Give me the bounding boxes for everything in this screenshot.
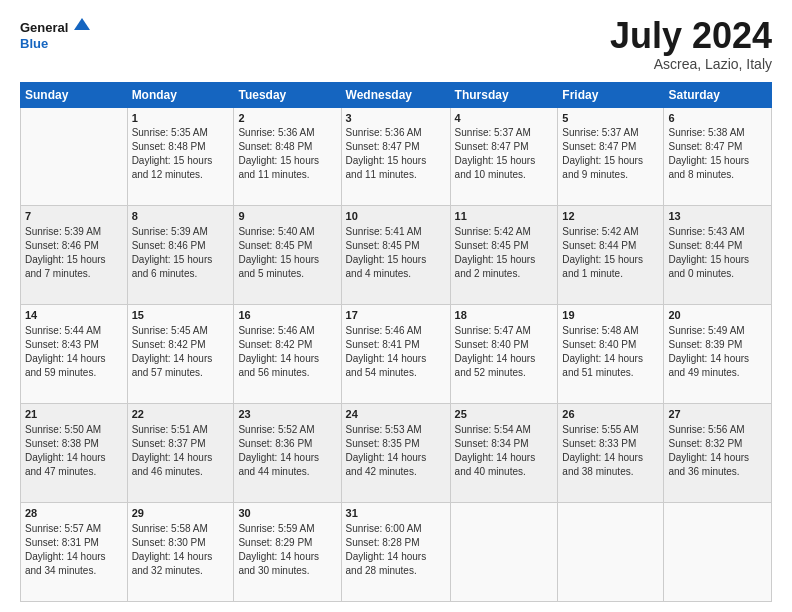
calendar-cell: 9Sunrise: 5:40 AM Sunset: 8:45 PM Daylig… [234,206,341,305]
day-number: 11 [455,209,554,224]
day-number: 15 [132,308,230,323]
day-info: Sunrise: 5:57 AM Sunset: 8:31 PM Dayligh… [25,522,123,578]
day-info: Sunrise: 5:35 AM Sunset: 8:48 PM Dayligh… [132,126,230,182]
calendar-cell: 31Sunrise: 6:00 AM Sunset: 8:28 PM Dayli… [341,503,450,602]
calendar-cell: 29Sunrise: 5:58 AM Sunset: 8:30 PM Dayli… [127,503,234,602]
calendar-day-header: Saturday [664,82,772,107]
day-info: Sunrise: 6:00 AM Sunset: 8:28 PM Dayligh… [346,522,446,578]
day-info: Sunrise: 5:46 AM Sunset: 8:42 PM Dayligh… [238,324,336,380]
calendar-week-row: 14Sunrise: 5:44 AM Sunset: 8:43 PM Dayli… [21,305,772,404]
calendar-week-row: 1Sunrise: 5:35 AM Sunset: 8:48 PM Daylig… [21,107,772,206]
day-number: 12 [562,209,659,224]
day-info: Sunrise: 5:56 AM Sunset: 8:32 PM Dayligh… [668,423,767,479]
calendar-cell: 6Sunrise: 5:38 AM Sunset: 8:47 PM Daylig… [664,107,772,206]
day-info: Sunrise: 5:42 AM Sunset: 8:45 PM Dayligh… [455,225,554,281]
day-info: Sunrise: 5:42 AM Sunset: 8:44 PM Dayligh… [562,225,659,281]
calendar-cell: 22Sunrise: 5:51 AM Sunset: 8:37 PM Dayli… [127,404,234,503]
day-number: 14 [25,308,123,323]
day-number: 9 [238,209,336,224]
calendar-cell [450,503,558,602]
day-number: 4 [455,111,554,126]
calendar-cell: 12Sunrise: 5:42 AM Sunset: 8:44 PM Dayli… [558,206,664,305]
page-title: July 2024 [610,16,772,56]
day-info: Sunrise: 5:47 AM Sunset: 8:40 PM Dayligh… [455,324,554,380]
day-info: Sunrise: 5:40 AM Sunset: 8:45 PM Dayligh… [238,225,336,281]
calendar-cell: 14Sunrise: 5:44 AM Sunset: 8:43 PM Dayli… [21,305,128,404]
day-number: 1 [132,111,230,126]
day-number: 18 [455,308,554,323]
day-info: Sunrise: 5:44 AM Sunset: 8:43 PM Dayligh… [25,324,123,380]
calendar-cell: 19Sunrise: 5:48 AM Sunset: 8:40 PM Dayli… [558,305,664,404]
calendar-cell: 8Sunrise: 5:39 AM Sunset: 8:46 PM Daylig… [127,206,234,305]
calendar-cell: 25Sunrise: 5:54 AM Sunset: 8:34 PM Dayli… [450,404,558,503]
calendar-cell [558,503,664,602]
day-info: Sunrise: 5:43 AM Sunset: 8:44 PM Dayligh… [668,225,767,281]
calendar-cell: 26Sunrise: 5:55 AM Sunset: 8:33 PM Dayli… [558,404,664,503]
day-info: Sunrise: 5:46 AM Sunset: 8:41 PM Dayligh… [346,324,446,380]
calendar-cell: 11Sunrise: 5:42 AM Sunset: 8:45 PM Dayli… [450,206,558,305]
calendar-cell: 21Sunrise: 5:50 AM Sunset: 8:38 PM Dayli… [21,404,128,503]
day-number: 21 [25,407,123,422]
day-number: 13 [668,209,767,224]
day-number: 29 [132,506,230,521]
calendar-cell: 7Sunrise: 5:39 AM Sunset: 8:46 PM Daylig… [21,206,128,305]
day-info: Sunrise: 5:59 AM Sunset: 8:29 PM Dayligh… [238,522,336,578]
day-number: 24 [346,407,446,422]
calendar-cell: 13Sunrise: 5:43 AM Sunset: 8:44 PM Dayli… [664,206,772,305]
calendar-cell: 30Sunrise: 5:59 AM Sunset: 8:29 PM Dayli… [234,503,341,602]
calendar-day-header: Thursday [450,82,558,107]
day-info: Sunrise: 5:52 AM Sunset: 8:36 PM Dayligh… [238,423,336,479]
calendar-cell [664,503,772,602]
svg-marker-2 [74,18,90,30]
day-number: 28 [25,506,123,521]
day-info: Sunrise: 5:36 AM Sunset: 8:47 PM Dayligh… [346,126,446,182]
day-info: Sunrise: 5:49 AM Sunset: 8:39 PM Dayligh… [668,324,767,380]
calendar-day-header: Monday [127,82,234,107]
calendar-cell: 4Sunrise: 5:37 AM Sunset: 8:47 PM Daylig… [450,107,558,206]
calendar-day-header: Wednesday [341,82,450,107]
calendar-cell: 2Sunrise: 5:36 AM Sunset: 8:48 PM Daylig… [234,107,341,206]
page-subtitle: Ascrea, Lazio, Italy [610,56,772,72]
title-block: July 2024 Ascrea, Lazio, Italy [610,16,772,72]
day-number: 6 [668,111,767,126]
calendar-cell: 16Sunrise: 5:46 AM Sunset: 8:42 PM Dayli… [234,305,341,404]
day-info: Sunrise: 5:37 AM Sunset: 8:47 PM Dayligh… [455,126,554,182]
day-number: 3 [346,111,446,126]
calendar-header-row: SundayMondayTuesdayWednesdayThursdayFrid… [21,82,772,107]
day-info: Sunrise: 5:58 AM Sunset: 8:30 PM Dayligh… [132,522,230,578]
day-number: 26 [562,407,659,422]
calendar-table: SundayMondayTuesdayWednesdayThursdayFrid… [20,82,772,602]
calendar-cell [21,107,128,206]
day-number: 23 [238,407,336,422]
day-number: 8 [132,209,230,224]
day-number: 2 [238,111,336,126]
day-info: Sunrise: 5:45 AM Sunset: 8:42 PM Dayligh… [132,324,230,380]
page-header: General Blue July 2024 Ascrea, Lazio, It… [20,16,772,72]
calendar-day-header: Friday [558,82,664,107]
calendar-day-header: Sunday [21,82,128,107]
day-info: Sunrise: 5:55 AM Sunset: 8:33 PM Dayligh… [562,423,659,479]
calendar-cell: 3Sunrise: 5:36 AM Sunset: 8:47 PM Daylig… [341,107,450,206]
day-number: 19 [562,308,659,323]
calendar-cell: 24Sunrise: 5:53 AM Sunset: 8:35 PM Dayli… [341,404,450,503]
logo-graphic: General Blue [20,16,90,56]
day-number: 20 [668,308,767,323]
calendar-week-row: 28Sunrise: 5:57 AM Sunset: 8:31 PM Dayli… [21,503,772,602]
calendar-cell: 5Sunrise: 5:37 AM Sunset: 8:47 PM Daylig… [558,107,664,206]
day-info: Sunrise: 5:41 AM Sunset: 8:45 PM Dayligh… [346,225,446,281]
day-number: 5 [562,111,659,126]
day-number: 31 [346,506,446,521]
svg-text:Blue: Blue [20,36,48,51]
day-info: Sunrise: 5:53 AM Sunset: 8:35 PM Dayligh… [346,423,446,479]
day-number: 16 [238,308,336,323]
calendar-cell: 10Sunrise: 5:41 AM Sunset: 8:45 PM Dayli… [341,206,450,305]
day-info: Sunrise: 5:51 AM Sunset: 8:37 PM Dayligh… [132,423,230,479]
day-info: Sunrise: 5:39 AM Sunset: 8:46 PM Dayligh… [132,225,230,281]
day-info: Sunrise: 5:38 AM Sunset: 8:47 PM Dayligh… [668,126,767,182]
day-info: Sunrise: 5:50 AM Sunset: 8:38 PM Dayligh… [25,423,123,479]
calendar-cell: 27Sunrise: 5:56 AM Sunset: 8:32 PM Dayli… [664,404,772,503]
day-info: Sunrise: 5:48 AM Sunset: 8:40 PM Dayligh… [562,324,659,380]
svg-text:General: General [20,20,68,35]
calendar-cell: 17Sunrise: 5:46 AM Sunset: 8:41 PM Dayli… [341,305,450,404]
day-number: 17 [346,308,446,323]
